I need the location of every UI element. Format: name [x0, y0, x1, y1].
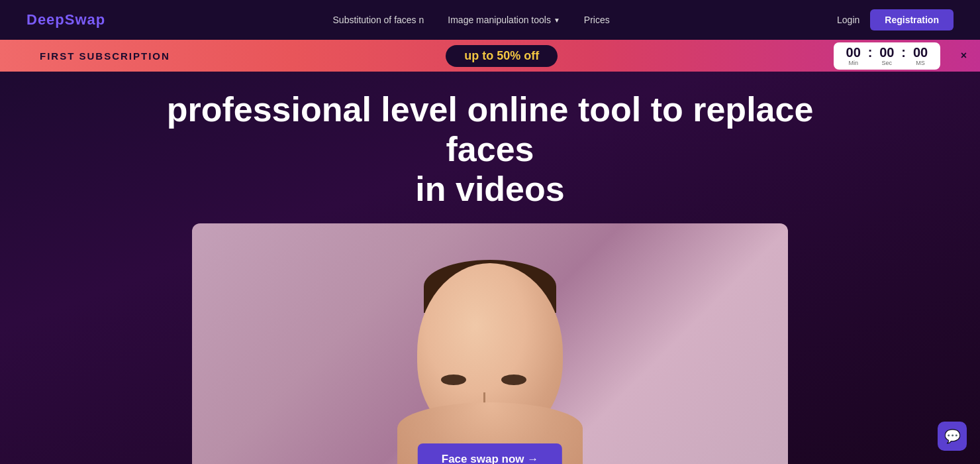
hero-title: professional level online tool to replac… — [159, 90, 821, 209]
countdown-minutes: 00 Min — [842, 46, 865, 66]
countdown-seconds: 00 Sec — [875, 46, 899, 66]
nav-item-substitution[interactable]: Substitution of faces n — [333, 15, 424, 25]
offer-prefix: up to — [464, 49, 497, 62]
chevron-down-icon: ▼ — [554, 17, 560, 24]
person-eye-left — [441, 375, 466, 385]
banner-close-button[interactable]: × — [961, 50, 967, 62]
nav-item-prices[interactable]: Prices — [584, 15, 610, 25]
chat-icon: 💬 — [944, 428, 961, 444]
chat-widget[interactable]: 💬 — [938, 422, 967, 451]
face-swap-button[interactable]: Face swap now → — [418, 443, 562, 464]
logo[interactable]: DeepSwap — [26, 11, 105, 29]
promo-banner: FIRST SUBSCRIPTION up to 50% off 00 Min … — [0, 40, 980, 72]
main-content: professional level online tool to replac… — [0, 72, 980, 464]
login-button[interactable]: Login — [837, 15, 859, 25]
logo-text: DeepSwap — [26, 11, 105, 28]
video-person — [192, 223, 788, 464]
person-eye-right — [501, 375, 526, 385]
nav-links: Substitution of faces n Image manipulati… — [333, 15, 610, 25]
offer-suffix: off — [520, 49, 539, 62]
cta-overlay: Face swap now → — [418, 443, 562, 464]
register-button[interactable]: Registration — [870, 9, 954, 30]
banner-offer: up to 50% off — [446, 45, 558, 67]
nav-auth: Login Registration — [837, 9, 954, 30]
navbar: DeepSwap Substitution of faces n Image m… — [0, 0, 980, 40]
countdown-sep-1: : — [868, 45, 873, 67]
video-preview: Face swap now → — [192, 223, 788, 464]
nav-item-image-tools[interactable]: Image manipulation tools ▼ — [448, 15, 560, 25]
banner-text: FIRST SUBSCRIPTION — [40, 50, 170, 62]
countdown-ms: 00 MS — [908, 46, 932, 66]
countdown-sep-2: : — [901, 45, 906, 67]
countdown-timer: 00 Min : 00 Sec : 00 MS — [834, 42, 940, 70]
offer-highlight: 50% — [497, 49, 520, 62]
